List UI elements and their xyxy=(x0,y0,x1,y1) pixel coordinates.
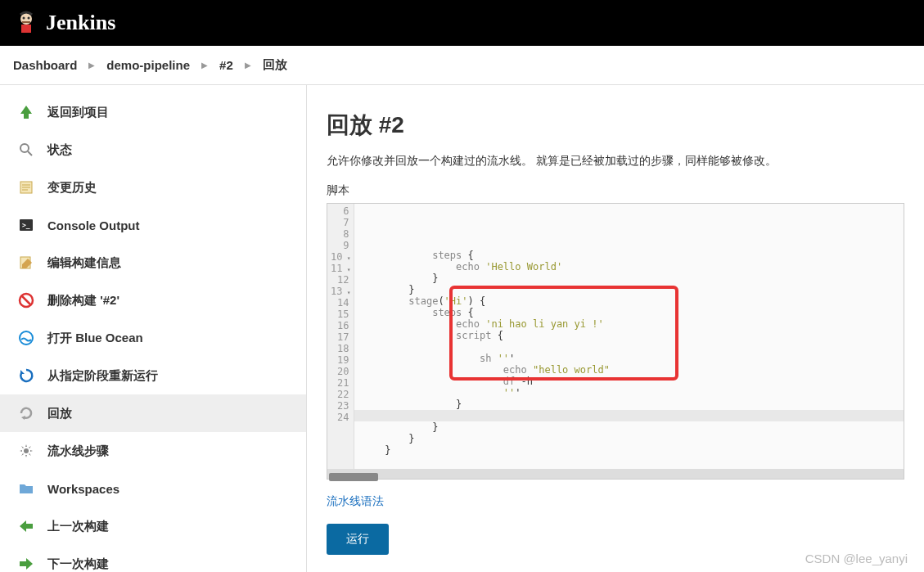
gear-icon xyxy=(16,441,36,461)
svg-line-6 xyxy=(28,151,32,155)
main-content: 回放 #2 允许你修改并回放一个构建过的流水线。 就算是已经被加载过的步骤，同样… xyxy=(307,85,924,572)
svg-rect-1 xyxy=(21,25,31,33)
chevron-right-icon: ▶ xyxy=(88,61,95,70)
editor-scrollbar[interactable] xyxy=(329,473,378,481)
edit-icon xyxy=(16,253,36,272)
replay-icon xyxy=(16,403,36,423)
search-icon xyxy=(16,140,36,160)
sidebar-item-label: 变更历史 xyxy=(47,180,97,196)
sidebar-item-delete[interactable]: 删除构建 '#2' xyxy=(0,281,306,319)
sidebar-item-console[interactable]: >_Console Output xyxy=(0,206,306,244)
app-header: Jenkins xyxy=(0,0,924,46)
blueocean-icon xyxy=(16,328,36,348)
sidebar-item-replay[interactable]: 回放 xyxy=(0,394,306,432)
sidebar-item-next-build[interactable]: 下一次构建 xyxy=(0,545,306,572)
jenkins-logo-icon xyxy=(13,10,39,36)
sidebar-item-label: 流水线步骤 xyxy=(47,444,109,459)
svg-point-16 xyxy=(20,331,33,345)
sidebar-item-label: 状态 xyxy=(47,142,72,158)
folder-icon xyxy=(16,479,36,498)
sidebar-item-label: 上一次构建 xyxy=(47,519,109,534)
breadcrumb-item[interactable]: 回放 xyxy=(263,57,287,73)
sidebar-item-label: Workspaces xyxy=(47,482,119,496)
restart-icon xyxy=(16,366,36,385)
sidebar-item-label: 回放 xyxy=(47,406,72,421)
svg-point-2 xyxy=(23,17,25,20)
run-button[interactable]: 运行 xyxy=(327,524,389,555)
svg-point-17 xyxy=(24,448,29,453)
sidebar-item-label: 返回到项目 xyxy=(47,105,109,120)
sidebar-item-changes[interactable]: 变更历史 xyxy=(0,169,306,206)
sidebar-item-label: 编辑构建信息 xyxy=(47,255,121,271)
breadcrumb-item[interactable]: demo-pipeline xyxy=(106,58,190,72)
page-title: 回放 #2 xyxy=(327,110,904,141)
sidebar-item-back[interactable]: 返回到项目 xyxy=(0,93,306,131)
editor-code[interactable]: steps { echo 'Hello World' } } stage('Hi… xyxy=(354,204,904,469)
script-editor[interactable]: 678910▾11▾1213▾1415161718192021222324 st… xyxy=(327,203,904,480)
sidebar-item-label: 从指定阶段重新运行 xyxy=(47,368,158,384)
sidebar-item-label: 下一次构建 xyxy=(47,556,109,572)
svg-point-5 xyxy=(20,144,29,152)
sidebar-item-pipeline-steps[interactable]: 流水线步骤 xyxy=(0,432,306,470)
page-description: 允许你修改并回放一个构建过的流水线。 就算是已经被加载过的步骤，同样能够被修改。 xyxy=(327,154,904,169)
logo[interactable]: Jenkins xyxy=(13,10,115,36)
notepad-icon xyxy=(16,178,36,197)
svg-line-15 xyxy=(22,296,30,304)
svg-rect-4 xyxy=(22,21,30,23)
sidebar-item-label: 删除构建 '#2' xyxy=(47,293,119,309)
editor-gutter: 678910▾11▾1213▾1415161718192021222324 xyxy=(327,204,354,469)
sidebar-item-edit-build[interactable]: 编辑构建信息 xyxy=(0,244,306,281)
arrow-right-icon xyxy=(16,554,36,572)
pipeline-syntax-link[interactable]: 流水线语法 xyxy=(327,494,384,509)
sidebar-item-blueocean[interactable]: 打开 Blue Ocean xyxy=(0,319,306,357)
delete-icon xyxy=(16,291,36,310)
chevron-right-icon: ▶ xyxy=(201,61,208,70)
sidebar-item-prev-build[interactable]: 上一次构建 xyxy=(0,507,306,545)
sidebar: 返回到项目 状态 变更历史 >_Console Output 编辑构建信息 删除… xyxy=(0,85,307,572)
svg-text:>_: >_ xyxy=(22,222,30,229)
terminal-icon: >_ xyxy=(16,215,36,235)
breadcrumb-item[interactable]: Dashboard xyxy=(13,58,77,72)
sidebar-item-restart-stage[interactable]: 从指定阶段重新运行 xyxy=(0,357,306,394)
sidebar-item-label: 打开 Blue Ocean xyxy=(47,331,143,346)
chevron-right-icon: ▶ xyxy=(245,61,251,70)
app-title: Jenkins xyxy=(46,11,115,35)
sidebar-item-status[interactable]: 状态 xyxy=(0,131,306,169)
breadcrumb: Dashboard ▶ demo-pipeline ▶ #2 ▶ 回放 xyxy=(0,46,924,85)
arrow-left-icon xyxy=(16,516,36,536)
sidebar-item-workspaces[interactable]: Workspaces xyxy=(0,470,306,507)
svg-point-3 xyxy=(28,17,30,20)
sidebar-item-label: Console Output xyxy=(47,218,140,232)
watermark: CSDN @lee_yanyi xyxy=(805,552,908,565)
arrow-up-icon xyxy=(16,102,36,122)
script-label: 脚本 xyxy=(327,183,904,198)
breadcrumb-item[interactable]: #2 xyxy=(219,58,233,72)
